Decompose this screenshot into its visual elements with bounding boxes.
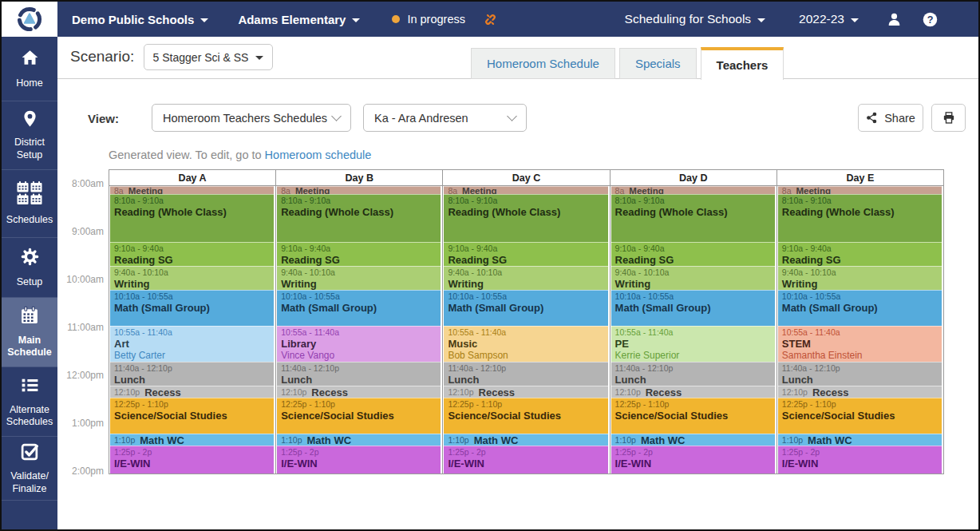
block-title: Math (Small Group) xyxy=(114,302,272,314)
schedule-block: 9:40a - 10:10aWriting xyxy=(277,266,441,290)
block-title: Math (Small Group) xyxy=(281,302,439,314)
schedule-block: 9:40a - 10:10aWriting xyxy=(778,266,942,290)
scenario-value: 5 Stagger Sci & SS xyxy=(153,51,249,64)
block-time: 12:25p - 1:10p xyxy=(615,399,773,410)
tab-specials[interactable]: Specials xyxy=(619,48,697,79)
caret-down-icon xyxy=(352,18,360,22)
generated-note: Generated view. To edit, go to Homeroom … xyxy=(109,149,371,161)
hour-label: 1:00pm xyxy=(59,418,104,429)
sidebar-item-setup[interactable]: Setup xyxy=(2,238,57,298)
block-title: Math (Small Group) xyxy=(615,302,773,314)
home-icon xyxy=(20,48,40,71)
product-selector[interactable]: Scheduling for Schools xyxy=(625,12,766,26)
block-time: 1:25p - 2p xyxy=(615,447,773,458)
block-title: Lunch xyxy=(615,374,773,386)
homeroom-schedule-link[interactable]: Homeroom schedule xyxy=(265,149,372,161)
block-time: 12:25p - 1:10p xyxy=(114,399,272,410)
schedule-block: 8:10a - 9:10aReading (Whole Class) xyxy=(444,194,607,242)
schedule-table: Day ADay BDay CDay DDay E8aMeeting8:10a … xyxy=(109,169,944,474)
block-time: 1:10p xyxy=(448,435,468,445)
block-title: Reading (Whole Class) xyxy=(114,206,272,218)
schedule-block: 11:40a - 12:10pLunch xyxy=(444,362,607,386)
day-column: 8aMeeting8:10a - 9:10aReading (Whole Cla… xyxy=(276,186,443,474)
view-type-select[interactable]: Homeroom Teachers Schedules xyxy=(152,104,351,132)
block-time: 9:40a - 10:10a xyxy=(281,267,439,278)
schedule-block: 8:10a - 9:10aReading (Whole Class) xyxy=(611,194,775,242)
block-time: 9:40a - 10:10a xyxy=(448,267,606,278)
year-selector[interactable]: 2022-23 xyxy=(799,12,859,26)
block-title: Music xyxy=(448,338,606,350)
main-content: Scenario: 5 Stagger Sci & SS Homeroom Sc… xyxy=(57,37,978,529)
block-time: 10:10a - 10:55a xyxy=(448,291,606,302)
sidebar-item-alternate-schedules[interactable]: Alternate Schedules xyxy=(2,367,57,437)
sidebar-nav: HomeDistrict SetupSchedulesSetupMain Sch… xyxy=(2,37,57,529)
block-time: 8:10a - 9:10a xyxy=(281,196,439,206)
block-time: 8:10a - 9:10a xyxy=(782,196,940,206)
block-time: 9:40a - 10:10a xyxy=(114,267,272,278)
sidebar-item-validate-finalize[interactable]: Validate/ Finalize xyxy=(2,437,57,501)
block-time: 11:40a - 12:10p xyxy=(281,363,439,374)
block-title: Lunch xyxy=(448,374,606,386)
block-title: Writing xyxy=(448,278,606,290)
check-icon xyxy=(20,442,40,465)
district-selector[interactable]: Demo Public Schools xyxy=(72,13,208,26)
schedule-block: 10:55a - 11:40aPEKerrie Superior xyxy=(611,326,775,362)
block-time: 12:10p xyxy=(281,387,306,397)
block-title: Recess xyxy=(646,386,682,398)
schedule-block: 1:25p - 2pI/E-WIN xyxy=(778,446,942,474)
block-staff: Betty Carter xyxy=(114,350,272,361)
broken-link-icon[interactable] xyxy=(481,10,500,29)
school-name: Adams Elementary xyxy=(238,13,346,26)
user-icon[interactable] xyxy=(886,11,903,28)
hour-label: 9:00am xyxy=(59,226,104,237)
tab-teachers[interactable]: Teachers xyxy=(701,47,784,80)
block-time: 1:25p - 2p xyxy=(782,447,940,458)
block-title: Art xyxy=(114,338,272,350)
block-title: Library xyxy=(281,338,439,350)
calendar-icon xyxy=(19,306,40,329)
block-time: 12:25p - 1:10p xyxy=(448,399,606,410)
hour-label: 10:00am xyxy=(59,274,104,285)
block-title: Math (Small Group) xyxy=(448,302,606,314)
schedule-block: 12:10pRecess xyxy=(444,386,607,398)
schedule-block: 1:25p - 2pI/E-WIN xyxy=(110,446,274,474)
block-title: Science/Social Studies xyxy=(782,410,940,422)
block-time: 9:10a - 9:40a xyxy=(448,244,606,254)
block-time: 10:55a - 11:40a xyxy=(782,327,940,338)
sidebar-item-label: District Setup xyxy=(3,137,56,161)
scenario-select[interactable]: 5 Stagger Sci & SS xyxy=(144,44,273,70)
sidebar-item-label: Setup xyxy=(17,276,43,288)
block-title: I/E-WIN xyxy=(615,458,773,470)
tab-homeroom-schedule[interactable]: Homeroom Schedule xyxy=(471,48,615,79)
svg-text:?: ? xyxy=(927,14,934,25)
block-title: Writing xyxy=(114,278,272,290)
share-button[interactable]: Share xyxy=(858,104,923,132)
app-logo[interactable] xyxy=(2,2,57,37)
schedule-block: 10:10a - 10:55aMath (Small Group) xyxy=(778,290,942,326)
print-button[interactable] xyxy=(931,104,966,132)
block-time: 10:10a - 10:55a xyxy=(114,291,272,302)
sidebar-item-home[interactable]: Home xyxy=(2,37,57,101)
block-time: 8:10a - 9:10a xyxy=(448,196,606,206)
schedule-block: 8aMeeting xyxy=(778,186,942,194)
school-selector[interactable]: Adams Elementary xyxy=(238,13,360,26)
view-type-value: Homeroom Teachers Schedules xyxy=(163,112,327,125)
block-staff: Bob Sampson xyxy=(448,350,606,361)
block-time: 1:10p xyxy=(114,435,135,445)
help-icon[interactable]: ? xyxy=(922,11,939,28)
block-title: Reading (Whole Class) xyxy=(782,206,940,218)
block-time: 11:40a - 12:10p xyxy=(114,363,272,374)
sidebar-item-main-schedule[interactable]: Main Schedule xyxy=(2,298,57,367)
block-title: I/E-WIN xyxy=(782,458,940,470)
block-time: 1:10p xyxy=(782,435,803,445)
sidebar-item-district-setup[interactable]: District Setup xyxy=(2,101,57,170)
list-icon xyxy=(20,375,40,398)
sidebar-item-schedules[interactable]: Schedules xyxy=(2,170,57,238)
schedule-block: 1:25p - 2pI/E-WIN xyxy=(277,446,441,474)
schedule-block: 10:55a - 11:40aArtBetty Carter xyxy=(110,326,274,362)
block-time: 8:10a - 9:10a xyxy=(615,196,773,206)
block-title: PE xyxy=(615,338,773,350)
calendars-icon xyxy=(16,181,43,208)
teacher-select[interactable]: Ka - Ara Andresen xyxy=(363,104,527,132)
block-title: STEM xyxy=(782,338,940,350)
